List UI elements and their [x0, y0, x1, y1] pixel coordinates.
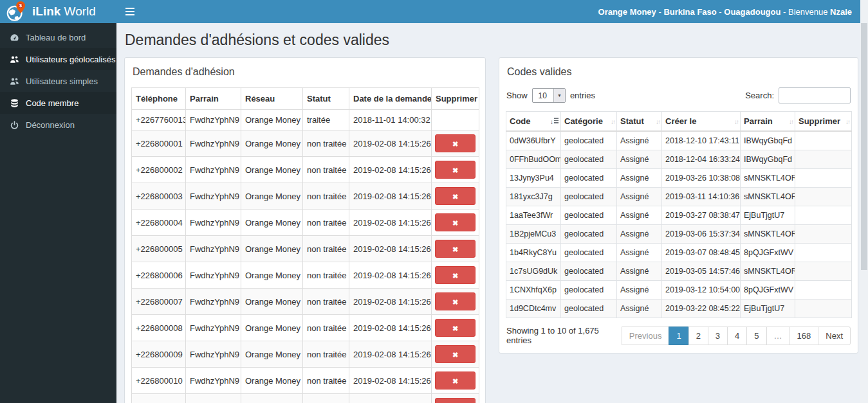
delete-request-button[interactable]: ✖: [435, 213, 476, 231]
codes-column-header[interactable]: Statut ↓↑: [617, 112, 662, 132]
entries-select[interactable]: 10 ▼: [532, 88, 566, 103]
delete-x-icon: ✖: [452, 272, 458, 280]
cell-parrain: EjBuTjgtU7: [741, 206, 795, 225]
delete-request-button[interactable]: ✖: [435, 187, 476, 205]
pagination-button[interactable]: 168: [790, 327, 819, 345]
cell-reseau: Orange Money: [241, 183, 303, 210]
cell-supprimer: ✖: [432, 315, 479, 341]
delete-x-icon: ✖: [452, 140, 458, 148]
codes-column-header[interactable]: Parrain ↓↑: [741, 112, 795, 132]
cell-date-demande: 2019-02-08 14:15:26: [349, 157, 432, 183]
cell-supprimer: ✖: [432, 289, 479, 315]
cell-date-demande: 2019-02-08 14:15:26: [349, 236, 432, 262]
cell-parrain: FwdhzYphN9: [186, 236, 241, 262]
sort-icon: ↓↑: [550, 118, 559, 125]
demandes-table-row: +226800007 FwdhzYphN9 Orange Money non t…: [132, 289, 479, 315]
cell-statut: Assigné: [617, 262, 662, 281]
brand-logo[interactable]: $ iLink World: [0, 0, 116, 23]
sidebar: Tableau de bord Utilisateurs géolocalisé…: [0, 23, 116, 403]
delete-request-button[interactable]: ✖: [435, 240, 476, 258]
pagination-button[interactable]: 3: [708, 327, 728, 345]
pagination-button[interactable]: 4: [727, 327, 747, 345]
codes-column-header[interactable]: Code ↓↑: [506, 112, 561, 132]
navbar-info-segment: Bienvenue: [788, 7, 830, 17]
delete-x-icon: ✖: [452, 325, 458, 332]
vertical-scrollbar: [860, 0, 868, 403]
navbar-info-segment: Burkina Faso: [663, 7, 716, 17]
cell-telephone: +226800005: [132, 236, 186, 262]
codes-table-row: 13Jyny3Pu4 geolocated Assigné 2019-03-26…: [506, 169, 852, 188]
pagination-button[interactable]: Next: [818, 327, 851, 345]
search-input[interactable]: [779, 87, 851, 103]
cell-statut: non traitée: [303, 210, 349, 236]
codes-column-header[interactable]: Catégorie ↓↑: [561, 112, 617, 132]
cell-statut: Assigné: [617, 206, 662, 225]
pagination-button[interactable]: …: [766, 327, 790, 345]
cell-statut: Assigné: [617, 244, 662, 262]
pagination-button[interactable]: Previous: [622, 327, 670, 345]
delete-request-button[interactable]: ✖: [435, 161, 476, 179]
delete-x-icon: ✖: [452, 298, 458, 306]
cell-supprimer: [795, 262, 852, 281]
cell-reseau: Orange Money: [241, 262, 303, 289]
cell-categorie: geolocated: [561, 225, 617, 244]
delete-request-button[interactable]: ✖: [435, 292, 476, 310]
cell-statut: non traitée: [303, 236, 349, 262]
pagination-button[interactable]: 2: [688, 327, 708, 345]
brand-title: iLink World: [32, 4, 96, 19]
cell-telephone: +226800008: [132, 315, 186, 341]
cell-parrain: FwdhzYphN9: [186, 210, 241, 236]
delete-request-button[interactable]: ✖: [435, 398, 476, 403]
cell-parrain: sMNSKTL4OR: [741, 225, 795, 244]
sort-icon: ↓↑: [734, 118, 738, 125]
cell-parrain: 8pQJGFxtWV: [741, 281, 795, 300]
cell-parrain: sMNSKTL4OR: [741, 188, 795, 206]
cell-code: 1B2pjeMCu3: [506, 225, 561, 244]
pagination-button[interactable]: 1: [669, 327, 688, 345]
cell-statut: non traitée: [303, 315, 349, 341]
cell-parrain: sMNSKTL4OR: [741, 262, 795, 281]
delete-request-button[interactable]: ✖: [435, 319, 476, 337]
demandes-column-header: Téléphone: [132, 88, 186, 110]
sidebar-toggle-button[interactable]: [116, 0, 143, 23]
codes-table-row: 0FFhBudOOm geolocated Assigné 2018-12-04…: [506, 150, 852, 169]
sidebar-item[interactable]: Déconnexion: [0, 114, 116, 136]
sidebar-item[interactable]: Utilisateurs géolocalisés: [0, 48, 116, 70]
sidebar-item[interactable]: Code membre: [0, 92, 116, 114]
demandes-column-header: Date de la demande: [349, 88, 432, 110]
codes-column-header[interactable]: Créer le ↓↑: [662, 112, 741, 132]
power-icon: [10, 120, 20, 130]
cell-parrain: sMNSKTL4OR: [741, 169, 795, 188]
delete-request-button[interactable]: ✖: [435, 266, 476, 284]
entries-select-value: 10: [533, 91, 553, 100]
codes-panel-title: Codes valides: [507, 66, 851, 78]
sidebar-item[interactable]: Utilisateurs simples: [0, 70, 116, 92]
sort-icon: ↓↑: [789, 118, 793, 125]
page-title: Demandes d'adhésions et codes valides: [125, 31, 860, 49]
cell-reseau: Orange Money: [241, 394, 303, 403]
users-icon: [10, 54, 20, 64]
sidebar-item[interactable]: Tableau de bord: [0, 26, 116, 48]
cell-date-demande: 2019-02-08 14:15:26: [349, 210, 432, 236]
cell-supprimer: ✖: [432, 262, 479, 289]
sort-icon: ↓↑: [656, 118, 660, 125]
codes-column-header[interactable]: Supprimer ↓↑: [795, 112, 852, 132]
scrollbar-thumb[interactable]: [861, 23, 867, 270]
cell-date-demande: 2019-02-08 14:15:26: [349, 262, 432, 289]
delete-request-button[interactable]: ✖: [435, 372, 476, 390]
pagination-button[interactable]: 5: [746, 327, 766, 345]
main-content: Demandes d'adhésions et codes valides De…: [116, 23, 860, 403]
cell-parrain: FwdhzYphN9: [186, 289, 241, 315]
delete-request-button[interactable]: ✖: [435, 345, 476, 363]
cell-telephone: +226800004: [132, 210, 186, 236]
cell-code: 1b4RkyC8Yu: [506, 244, 561, 262]
demandes-table-row: +226800008 FwdhzYphN9 Orange Money non t…: [132, 315, 479, 341]
demandes-table-row: +226800004 FwdhzYphN9 Orange Money non t…: [132, 210, 479, 236]
cell-parrain: FwdhzYphN9: [186, 183, 241, 210]
cell-supprimer: [795, 188, 852, 206]
cell-supprimer: ✖: [432, 236, 479, 262]
delete-request-button[interactable]: ✖: [435, 134, 476, 152]
cell-parrain: FwdhzYphN9: [186, 315, 241, 341]
cell-reseau: Orange Money: [241, 236, 303, 262]
cell-code: 1aaTee3fWr: [506, 206, 561, 225]
